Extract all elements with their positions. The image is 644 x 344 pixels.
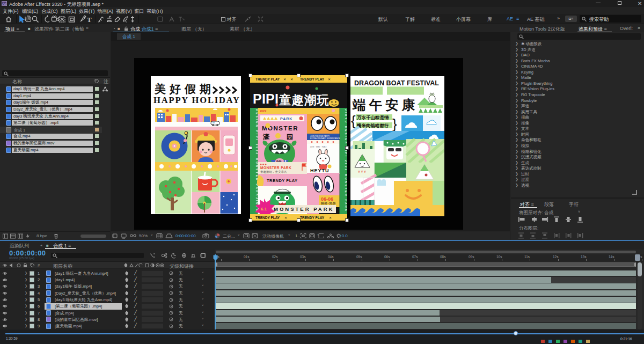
svg-text:TRENDY PLAY: TRENDY PLAY (255, 77, 280, 81)
svg-text:Y Y Y: Y Y Y (358, 170, 366, 173)
svg-text:06-06: 06-06 (321, 196, 333, 202)
svg-text:JOIN THE FUN PARTY: JOIN THE FUN PARTY (310, 135, 330, 137)
svg-text:园: 园 (287, 133, 293, 141)
svg-text:✕: ✕ (284, 216, 287, 219)
svg-text:✕: ✕ (328, 78, 331, 81)
svg-text:TRENDY PLAY: TRENDY PLAY (300, 216, 325, 219)
svg-text:HAPPY HOLIDAY: HAPPY HOLIDAY (153, 95, 239, 105)
svg-text:TRENDY PLAY: TRENDY PLAY (300, 77, 325, 81)
svg-text:6.1: 6.1 (261, 207, 267, 211)
svg-text:✕: ✕ (290, 78, 293, 81)
svg-text:HEYTU: HEYTU (310, 168, 330, 173)
svg-text:}: } (392, 116, 397, 132)
svg-text:PARK: PARK (280, 117, 292, 121)
svg-text:端午安康: 端午安康 (352, 98, 418, 112)
svg-text:✕: ✕ (283, 78, 286, 81)
svg-text:✕: ✕ (329, 216, 332, 219)
svg-text:2022: 2022 (260, 109, 266, 113)
svg-text:T: T (87, 16, 92, 24)
svg-text:童趣潮玩: 童趣潮玩 (279, 93, 330, 107)
svg-text:MONSTER PARK: MONSTER PARK (274, 206, 334, 212)
svg-text:TRENDY PLAY: TRENDY PLAY (267, 178, 298, 183)
svg-text:TRENDY PLAY: TRENDY PLAY (255, 216, 280, 219)
svg-text:DRAGON BOAT FESTIVAL: DRAGON BOAT FESTIVAL (354, 79, 439, 87)
svg-text:LEE · MEI · HAO: LEE · MEI · HAO (310, 145, 326, 148)
svg-text:EXTRAORDINARY SIGNIFICANCE: EXTRAORDINARY SIGNIFICANCE (310, 137, 341, 140)
svg-text:{: { (351, 113, 356, 129)
svg-text:糯米肉馅啥都行: 糯米肉馅啥都行 (356, 123, 389, 128)
svg-text:童趣潮玩，意义非凡: 童趣潮玩，意义非凡 (260, 170, 287, 174)
svg-text:濠: 濠 (262, 133, 270, 141)
svg-text:JIUYU DESIGN PIPI 2023 MONSTER: JIUYU DESIGN PIPI 2023 MONSTER PARK (345, 109, 347, 212)
svg-text:美好假期: 美好假期 (154, 83, 215, 95)
svg-text:万水千山粽是情: 万水千山粽是情 (356, 115, 389, 120)
svg-text:MONSTER PARK: MONSTER PARK (260, 166, 291, 170)
